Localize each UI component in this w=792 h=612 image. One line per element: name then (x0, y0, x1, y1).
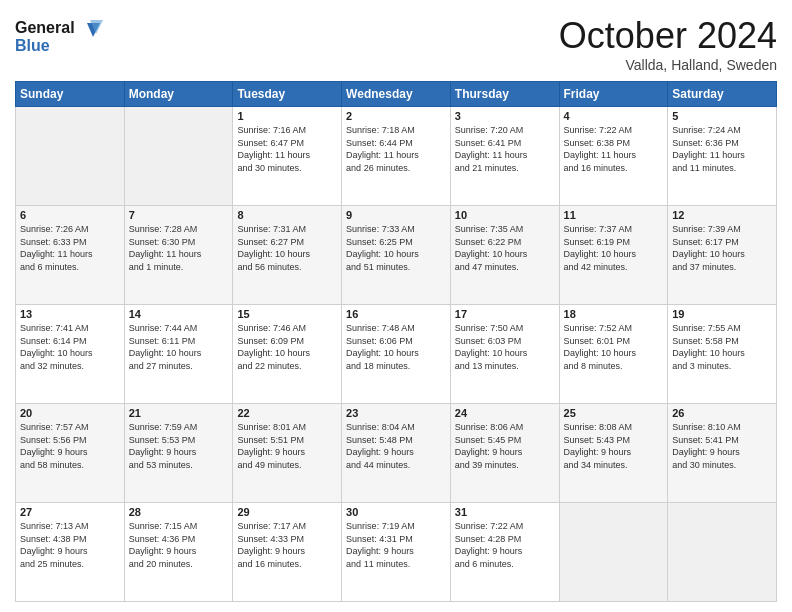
day-info: Sunrise: 8:06 AM Sunset: 5:45 PM Dayligh… (455, 421, 555, 471)
day-info: Sunrise: 7:20 AM Sunset: 6:41 PM Dayligh… (455, 124, 555, 174)
day-info: Sunrise: 7:41 AM Sunset: 6:14 PM Dayligh… (20, 322, 120, 372)
day-number: 22 (237, 407, 337, 419)
calendar-cell: 25Sunrise: 8:08 AM Sunset: 5:43 PM Dayli… (559, 404, 668, 503)
day-info: Sunrise: 7:19 AM Sunset: 4:31 PM Dayligh… (346, 520, 446, 570)
calendar-cell: 7Sunrise: 7:28 AM Sunset: 6:30 PM Daylig… (124, 206, 233, 305)
day-info: Sunrise: 8:10 AM Sunset: 5:41 PM Dayligh… (672, 421, 772, 471)
day-info: Sunrise: 7:39 AM Sunset: 6:17 PM Dayligh… (672, 223, 772, 273)
calendar-cell (124, 107, 233, 206)
day-number: 16 (346, 308, 446, 320)
calendar-cell: 22Sunrise: 8:01 AM Sunset: 5:51 PM Dayli… (233, 404, 342, 503)
calendar-cell: 10Sunrise: 7:35 AM Sunset: 6:22 PM Dayli… (450, 206, 559, 305)
day-info: Sunrise: 7:18 AM Sunset: 6:44 PM Dayligh… (346, 124, 446, 174)
calendar-cell: 13Sunrise: 7:41 AM Sunset: 6:14 PM Dayli… (16, 305, 125, 404)
day-info: Sunrise: 7:17 AM Sunset: 4:33 PM Dayligh… (237, 520, 337, 570)
day-info: Sunrise: 7:33 AM Sunset: 6:25 PM Dayligh… (346, 223, 446, 273)
calendar-cell: 11Sunrise: 7:37 AM Sunset: 6:19 PM Dayli… (559, 206, 668, 305)
day-number: 17 (455, 308, 555, 320)
day-number: 11 (564, 209, 664, 221)
calendar-week-4: 27Sunrise: 7:13 AM Sunset: 4:38 PM Dayli… (16, 503, 777, 602)
location: Vallda, Halland, Sweden (559, 57, 777, 73)
day-info: Sunrise: 7:16 AM Sunset: 6:47 PM Dayligh… (237, 124, 337, 174)
calendar-header-row: SundayMondayTuesdayWednesdayThursdayFrid… (16, 82, 777, 107)
day-info: Sunrise: 8:04 AM Sunset: 5:48 PM Dayligh… (346, 421, 446, 471)
calendar-cell: 5Sunrise: 7:24 AM Sunset: 6:36 PM Daylig… (668, 107, 777, 206)
day-number: 18 (564, 308, 664, 320)
day-number: 15 (237, 308, 337, 320)
day-info: Sunrise: 7:22 AM Sunset: 6:38 PM Dayligh… (564, 124, 664, 174)
logo: General Blue (15, 15, 105, 64)
day-number: 14 (129, 308, 229, 320)
day-header-tuesday: Tuesday (233, 82, 342, 107)
day-number: 6 (20, 209, 120, 221)
day-number: 27 (20, 506, 120, 518)
calendar-cell: 16Sunrise: 7:48 AM Sunset: 6:06 PM Dayli… (342, 305, 451, 404)
calendar-cell: 18Sunrise: 7:52 AM Sunset: 6:01 PM Dayli… (559, 305, 668, 404)
day-number: 4 (564, 110, 664, 122)
calendar-table: SundayMondayTuesdayWednesdayThursdayFrid… (15, 81, 777, 602)
calendar-cell: 19Sunrise: 7:55 AM Sunset: 5:58 PM Dayli… (668, 305, 777, 404)
calendar-cell: 8Sunrise: 7:31 AM Sunset: 6:27 PM Daylig… (233, 206, 342, 305)
calendar-cell: 31Sunrise: 7:22 AM Sunset: 4:28 PM Dayli… (450, 503, 559, 602)
day-number: 29 (237, 506, 337, 518)
day-number: 10 (455, 209, 555, 221)
day-number: 23 (346, 407, 446, 419)
title-area: October 2024 Vallda, Halland, Sweden (559, 15, 777, 73)
day-number: 19 (672, 308, 772, 320)
day-info: Sunrise: 7:44 AM Sunset: 6:11 PM Dayligh… (129, 322, 229, 372)
svg-text:Blue: Blue (15, 37, 50, 54)
calendar-cell: 24Sunrise: 8:06 AM Sunset: 5:45 PM Dayli… (450, 404, 559, 503)
day-info: Sunrise: 7:22 AM Sunset: 4:28 PM Dayligh… (455, 520, 555, 570)
day-number: 1 (237, 110, 337, 122)
day-number: 28 (129, 506, 229, 518)
calendar-cell: 12Sunrise: 7:39 AM Sunset: 6:17 PM Dayli… (668, 206, 777, 305)
day-info: Sunrise: 7:48 AM Sunset: 6:06 PM Dayligh… (346, 322, 446, 372)
day-number: 20 (20, 407, 120, 419)
calendar-cell: 29Sunrise: 7:17 AM Sunset: 4:33 PM Dayli… (233, 503, 342, 602)
logo-icon: General Blue (15, 15, 105, 60)
calendar-week-3: 20Sunrise: 7:57 AM Sunset: 5:56 PM Dayli… (16, 404, 777, 503)
day-info: Sunrise: 7:37 AM Sunset: 6:19 PM Dayligh… (564, 223, 664, 273)
day-number: 5 (672, 110, 772, 122)
calendar-week-2: 13Sunrise: 7:41 AM Sunset: 6:14 PM Dayli… (16, 305, 777, 404)
day-info: Sunrise: 7:31 AM Sunset: 6:27 PM Dayligh… (237, 223, 337, 273)
calendar-cell: 3Sunrise: 7:20 AM Sunset: 6:41 PM Daylig… (450, 107, 559, 206)
day-info: Sunrise: 7:15 AM Sunset: 4:36 PM Dayligh… (129, 520, 229, 570)
calendar-cell (16, 107, 125, 206)
day-header-friday: Friday (559, 82, 668, 107)
day-info: Sunrise: 7:55 AM Sunset: 5:58 PM Dayligh… (672, 322, 772, 372)
day-number: 21 (129, 407, 229, 419)
day-info: Sunrise: 7:28 AM Sunset: 6:30 PM Dayligh… (129, 223, 229, 273)
day-number: 9 (346, 209, 446, 221)
calendar-cell: 28Sunrise: 7:15 AM Sunset: 4:36 PM Dayli… (124, 503, 233, 602)
day-number: 13 (20, 308, 120, 320)
day-number: 7 (129, 209, 229, 221)
day-number: 8 (237, 209, 337, 221)
day-header-saturday: Saturday (668, 82, 777, 107)
page: General Blue October 2024 Vallda, Hallan… (0, 0, 792, 612)
day-info: Sunrise: 7:26 AM Sunset: 6:33 PM Dayligh… (20, 223, 120, 273)
calendar-cell: 14Sunrise: 7:44 AM Sunset: 6:11 PM Dayli… (124, 305, 233, 404)
day-number: 30 (346, 506, 446, 518)
day-header-wednesday: Wednesday (342, 82, 451, 107)
calendar-week-1: 6Sunrise: 7:26 AM Sunset: 6:33 PM Daylig… (16, 206, 777, 305)
day-info: Sunrise: 7:24 AM Sunset: 6:36 PM Dayligh… (672, 124, 772, 174)
day-info: Sunrise: 7:50 AM Sunset: 6:03 PM Dayligh… (455, 322, 555, 372)
day-info: Sunrise: 7:57 AM Sunset: 5:56 PM Dayligh… (20, 421, 120, 471)
day-info: Sunrise: 7:52 AM Sunset: 6:01 PM Dayligh… (564, 322, 664, 372)
day-header-monday: Monday (124, 82, 233, 107)
calendar-cell: 20Sunrise: 7:57 AM Sunset: 5:56 PM Dayli… (16, 404, 125, 503)
day-info: Sunrise: 7:35 AM Sunset: 6:22 PM Dayligh… (455, 223, 555, 273)
calendar-cell: 4Sunrise: 7:22 AM Sunset: 6:38 PM Daylig… (559, 107, 668, 206)
calendar-cell: 1Sunrise: 7:16 AM Sunset: 6:47 PM Daylig… (233, 107, 342, 206)
calendar-cell: 6Sunrise: 7:26 AM Sunset: 6:33 PM Daylig… (16, 206, 125, 305)
calendar-cell (668, 503, 777, 602)
calendar-cell: 2Sunrise: 7:18 AM Sunset: 6:44 PM Daylig… (342, 107, 451, 206)
day-number: 3 (455, 110, 555, 122)
day-number: 26 (672, 407, 772, 419)
svg-text:General: General (15, 19, 75, 36)
day-number: 2 (346, 110, 446, 122)
day-number: 25 (564, 407, 664, 419)
calendar-cell: 26Sunrise: 8:10 AM Sunset: 5:41 PM Dayli… (668, 404, 777, 503)
calendar-cell: 17Sunrise: 7:50 AM Sunset: 6:03 PM Dayli… (450, 305, 559, 404)
